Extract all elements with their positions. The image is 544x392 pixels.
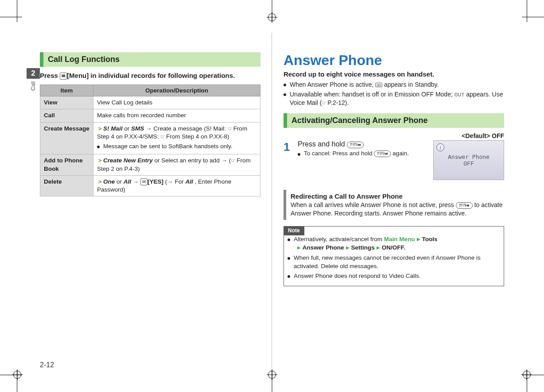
- out-icon: OUT: [455, 92, 465, 98]
- triangle-icon: [295, 244, 303, 251]
- cell-item: Create Message: [40, 122, 93, 154]
- text: or Select an entry to add → (: [153, 157, 231, 164]
- text: → Create a message (S! Mail:: [144, 125, 227, 132]
- redirect-title: Redirecting a Call to Answer Phone: [291, 192, 504, 201]
- cell-desc: Make calls from recorded number: [93, 109, 260, 122]
- text: Unavailable when: handset is off or in E…: [290, 91, 455, 98]
- chevron-icon: ＞: [97, 157, 103, 164]
- text: From Step 4 on P.XX-8): [166, 133, 229, 140]
- text: (→ For: [163, 178, 186, 185]
- cell-desc: ＞One or All → ✉[YES] (→ For All , Enter …: [93, 175, 260, 196]
- table-row: View View Call Log details: [40, 96, 260, 109]
- cell-item: Delete: [40, 175, 93, 196]
- list-item: Answer Phone does not respond to Video C…: [288, 272, 500, 281]
- lead-text: Record up to eight voice messages on han…: [284, 70, 504, 78]
- text: [YES]: [148, 178, 163, 185]
- text: All: [186, 178, 193, 185]
- table-row: Delete ＞One or All → ✉[YES] (→ For All ,…: [40, 175, 260, 196]
- cell-desc: ＞S! Mail or SMS → Create a message (S! M…: [93, 122, 260, 154]
- text: One: [103, 178, 115, 185]
- text: When Answer Phone is active,: [290, 81, 375, 88]
- cell-item: Call: [40, 109, 93, 122]
- text: →: [131, 178, 140, 185]
- th-operation: Operation/Description: [93, 85, 260, 96]
- text: S! Mail: [103, 125, 123, 132]
- info-icon: i: [436, 143, 444, 151]
- redirect-note: Redirecting a Call to Answer Phone When …: [284, 190, 504, 220]
- tape-icon: [375, 83, 382, 87]
- pointer-icon: [228, 125, 233, 132]
- text: Create New Entry: [103, 157, 153, 164]
- cell-item: Add to Phone Book: [40, 154, 93, 175]
- left-column: Call Log Functions Press ✉[Menu] in indi…: [40, 33, 272, 369]
- list-item: When Answer Phone is active, appears in …: [284, 81, 504, 89]
- page: 2 Call Call Log Functions Press ✉[Menu] …: [40, 33, 504, 369]
- triangle-icon: [375, 244, 382, 251]
- page-title: Answer Phone: [284, 52, 504, 69]
- text: Answer Phone: [303, 244, 344, 251]
- chevron-icon: ＞: [97, 178, 103, 185]
- chevron-icon: ＞: [97, 125, 103, 132]
- triangle-icon: [415, 236, 422, 242]
- operations-table: Item Operation/Description View View Cal…: [40, 85, 260, 196]
- right-column: Answer Phone Record up to eight voice me…: [272, 33, 504, 369]
- text: To cancel: Press and hold: [304, 150, 374, 157]
- text: [Menu] in individual records for followi…: [67, 72, 235, 79]
- main-menu-label: Main Menu: [384, 236, 415, 242]
- mail-key-icon: ✉: [140, 178, 148, 185]
- cell-desc: View Call Log details: [93, 96, 260, 109]
- text: Press and hold: [298, 140, 347, 148]
- pointer-icon: [322, 99, 327, 106]
- table-row: Create Message ＞S! Mail or SMS → Create …: [40, 122, 260, 154]
- list-item: Unavailable when: handset is off or in E…: [284, 90, 504, 107]
- list-item: When full, new messages cannot be record…: [288, 254, 500, 271]
- text: Alternatively, activate/cancel from: [294, 236, 384, 242]
- clear-key-icon: ｸﾘｱ/⏮: [347, 142, 364, 148]
- text: Press: [40, 72, 60, 79]
- clear-key-icon: ｸﾘｱ/⏮: [374, 150, 391, 157]
- text: or: [123, 125, 132, 132]
- screenshot-line2: OFF: [463, 160, 474, 167]
- screenshot-line1: Answer Phone: [448, 154, 490, 160]
- text: again.: [391, 150, 409, 157]
- list-item: Alternatively, activate/cancel from Main…: [288, 235, 500, 252]
- step-1: 1 Press and hold ｸﾘｱ/⏮ To cancel: Press …: [284, 140, 429, 157]
- screenshot-answer-phone-off: i Answer Phone OFF: [433, 140, 504, 180]
- table-row: Add to Phone Book ＞Create New Entry or S…: [40, 154, 260, 175]
- step-sub: To cancel: Press and hold ｸﾘｱ/⏮ again.: [298, 150, 429, 157]
- triangle-icon: [344, 244, 351, 251]
- mail-key-icon: ✉: [60, 73, 67, 80]
- clear-key-icon: ｸﾘｱ/⏮: [456, 202, 473, 209]
- list-item: Message can be sent to SoftBank handsets…: [97, 142, 256, 150]
- pointer-icon: [231, 157, 237, 164]
- text: or: [115, 178, 124, 185]
- text: SMS: [131, 125, 144, 132]
- step-number: 1: [284, 140, 293, 154]
- instruction-text: Press ✉[Menu] in individual records for …: [40, 71, 260, 80]
- text: ON/OFF.: [382, 244, 405, 251]
- table-row: Call Make calls from recorded number: [40, 109, 260, 122]
- cell-desc: ＞Create New Entry or Select an entry to …: [93, 154, 260, 175]
- subheading-call-log: Call Log Functions: [40, 52, 260, 67]
- cell-item: View: [40, 96, 93, 109]
- pointer-icon: [160, 133, 166, 140]
- chapter-number: 2: [27, 68, 40, 79]
- note-box: Note Alternatively, activate/cancel from…: [284, 226, 504, 286]
- page-number: 2-12: [40, 361, 54, 369]
- text: Tools: [422, 236, 438, 242]
- note-label: Note: [284, 226, 304, 235]
- default-tag: <Default> OFF: [284, 132, 504, 139]
- chapter-label: Call: [30, 81, 36, 91]
- th-item: Item: [40, 85, 93, 96]
- text: P.2-12).: [327, 99, 349, 106]
- text: appears in Standby.: [382, 81, 439, 88]
- text: All: [124, 178, 131, 185]
- text: When a call arrives while Answer Phone i…: [291, 201, 456, 208]
- side-tab: 2 Call: [27, 68, 40, 91]
- text: Settings: [351, 244, 375, 251]
- subheading-activating: Activating/Canceling Answer Phone: [284, 113, 504, 128]
